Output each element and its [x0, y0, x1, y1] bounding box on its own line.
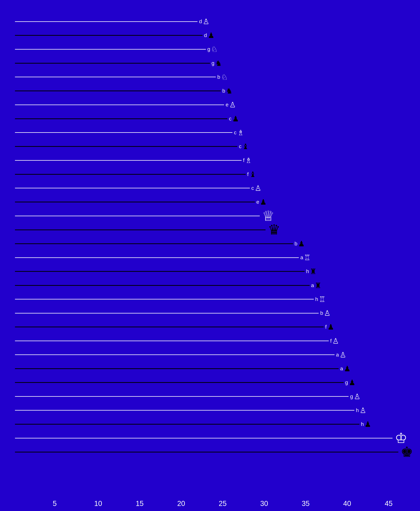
- bar-line: [15, 271, 305, 272]
- piece-label: f ♝: [247, 171, 256, 178]
- bar-line: [15, 202, 255, 202]
- bar-line: [15, 243, 293, 244]
- bar-row: f ♟: [15, 322, 405, 332]
- bar-row: b ♞: [15, 86, 405, 96]
- bar-line: [15, 424, 360, 425]
- bar-line: [15, 285, 310, 286]
- piece-label: h ♙: [356, 407, 366, 414]
- bar-row: f ♙: [15, 336, 405, 346]
- bar-line: [15, 354, 335, 355]
- piece-label: b ♟: [294, 240, 305, 248]
- bar-line: [15, 90, 221, 91]
- bar-row: h ♙: [15, 406, 405, 415]
- x-axis-tick: 20: [177, 500, 185, 508]
- piece-label: g ♙: [350, 393, 360, 400]
- bar-line: [15, 188, 250, 188]
- bar-row: a ♜: [15, 281, 405, 290]
- bar-row: c ♗: [15, 128, 405, 137]
- x-axis-tick: 10: [94, 500, 102, 508]
- piece-label: h ♖: [315, 295, 326, 303]
- x-axis-tick: 40: [343, 500, 351, 508]
- bar-row: d ♙: [15, 17, 405, 26]
- bar-line: [15, 77, 216, 77]
- piece-label: a ♜: [311, 282, 322, 289]
- piece-label: a ♟: [340, 365, 351, 372]
- bar-row: f ♝: [15, 170, 405, 179]
- bar-line: [15, 105, 224, 105]
- piece-label: f ♗: [243, 157, 252, 164]
- bar-line: [15, 341, 329, 341]
- bar-line: [15, 230, 266, 230]
- piece-label: e ♟: [256, 198, 267, 206]
- piece-label: g ♞: [211, 60, 222, 67]
- bar-line: [15, 299, 314, 300]
- bar-row: e ♙: [15, 100, 405, 109]
- piece-label: d ♙: [199, 18, 210, 25]
- piece-label: h ♟: [361, 421, 371, 428]
- bar-row: b ♙: [15, 308, 405, 318]
- bar-row: b ♘: [15, 72, 405, 82]
- x-axis-tick: 25: [219, 500, 227, 508]
- bar-line: [15, 35, 202, 36]
- bar-row: g ♘: [15, 45, 405, 54]
- bar-line: [15, 174, 246, 175]
- piece-label: e ♙: [225, 101, 236, 108]
- bar-line: [15, 146, 237, 147]
- bar-row: c ♟: [15, 114, 405, 123]
- bar-line: [15, 313, 319, 314]
- piece-label: g ♟: [345, 379, 356, 386]
- piece-label: b ♞: [222, 87, 233, 95]
- piece-label: h ♜: [306, 268, 317, 275]
- bar-row: a ♟: [15, 364, 405, 373]
- bar-line: [15, 118, 227, 119]
- piece-label: a ♖: [300, 254, 311, 261]
- bars-container: d ♙ d ♟ g ♘ g ♞ b ♘ b ♞ e ♙ c ♟ c ♗ c ♝ …: [15, 15, 405, 488]
- piece-label: g ♘: [207, 45, 218, 53]
- bar-line: [15, 368, 339, 369]
- bar-row: g ♙: [15, 392, 405, 401]
- bar-line: [15, 452, 398, 452]
- bar-row: c ♝: [15, 142, 405, 151]
- piece-label: c ♗: [234, 129, 244, 136]
- piece-label: a ♙: [336, 351, 346, 359]
- piece-label: b ♙: [320, 309, 331, 317]
- bar-line: [15, 382, 344, 383]
- piece-label: ♚: [400, 445, 413, 459]
- piece-label: c ♙: [251, 184, 262, 192]
- piece-label: c ♟: [229, 115, 239, 122]
- piece-label: d ♟: [204, 32, 215, 39]
- x-axis-tick: 45: [385, 500, 392, 508]
- bar-row: g ♟: [15, 378, 405, 387]
- bar-line: [15, 63, 210, 64]
- bar-line: [15, 257, 299, 258]
- bar-line: [15, 49, 206, 50]
- piece-label: f ♟: [325, 323, 334, 331]
- bar-row: g ♞: [15, 59, 405, 68]
- piece-label: f ♙: [330, 337, 339, 345]
- bar-row: ♚: [15, 447, 405, 457]
- x-axis-tick: 30: [260, 500, 268, 508]
- piece-label: ♕: [261, 209, 275, 223]
- piece-label: ♔: [394, 431, 407, 445]
- bar-row: d ♟: [15, 31, 405, 40]
- bar-row: ♛: [15, 225, 405, 234]
- x-axis-tick: 5: [53, 500, 57, 508]
- bar-row: ♔: [15, 433, 405, 443]
- bar-row: a ♖: [15, 253, 405, 262]
- bar-row: b ♟: [15, 239, 405, 248]
- bar-row: h ♜: [15, 267, 405, 276]
- bar-line: [15, 396, 349, 397]
- piece-label: ♛: [267, 223, 280, 237]
- x-axis-tick: 35: [302, 500, 309, 508]
- piece-label: b ♘: [217, 73, 228, 81]
- bar-line: [15, 132, 232, 133]
- chart-container: d ♙ d ♟ g ♘ g ♞ b ♘ b ♞ e ♙ c ♟ c ♗ c ♝ …: [0, 0, 420, 511]
- bar-row: e ♟: [15, 197, 405, 207]
- bar-row: f ♗: [15, 156, 405, 165]
- bar-line: [15, 21, 197, 22]
- bar-row: h ♖: [15, 295, 405, 304]
- bar-line: [15, 410, 354, 411]
- bar-line: [15, 160, 242, 161]
- bar-line: [15, 438, 392, 438]
- bar-row: ♕: [15, 211, 405, 220]
